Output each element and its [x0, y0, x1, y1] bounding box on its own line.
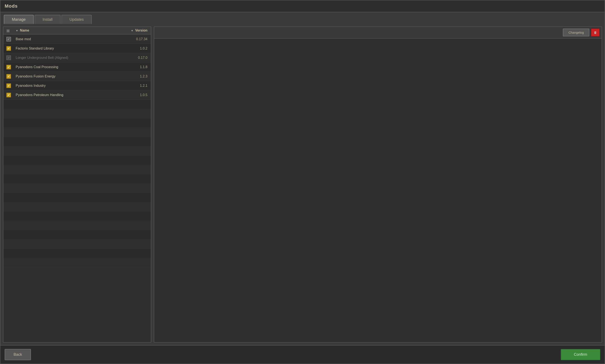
empty-row	[3, 165, 151, 174]
table-row: ✓ Factorio Standard Library 1.0.2	[3, 44, 151, 53]
checkbox-visual[interactable]: ✓	[6, 46, 11, 51]
table-row: ✓ Base mod 0.17.34	[3, 35, 151, 44]
empty-row	[3, 100, 151, 109]
mod-checkbox[interactable]: ✓	[3, 55, 14, 60]
mod-checkbox[interactable]: ✓	[3, 83, 14, 88]
checkbox-visual[interactable]: ✓	[6, 37, 11, 41]
mod-name: Factorio Standard Library	[14, 47, 123, 50]
checkbox-visual[interactable]: ✓	[6, 93, 11, 97]
collapse-toggle[interactable]: –	[3, 29, 14, 32]
window-title: Mods	[0, 0, 605, 12]
mods-window: Mods Manage Install Updates – ▼ Name	[0, 0, 605, 364]
empty-row	[3, 109, 151, 118]
table-row: ✓ Pyanodons Fusion Energy 1.2.3	[3, 72, 151, 81]
checkbox-visual[interactable]: ✓	[6, 65, 11, 69]
mod-name: Pyanodons Fusion Energy	[14, 75, 123, 78]
table-row: ✓ Pyanodons Industry 1.2.1	[3, 81, 151, 90]
mod-checkbox[interactable]: ✓	[3, 93, 14, 97]
trash-icon: 🗑	[594, 31, 597, 34]
col-version-header[interactable]: ▼ Version	[123, 28, 151, 32]
empty-row	[3, 183, 151, 193]
empty-row	[3, 230, 151, 239]
mod-list-panel: – ▼ Name ▼ Version ✓ Base mod 0.17.34	[3, 26, 151, 343]
empty-row	[3, 211, 151, 221]
confirm-button[interactable]: Confirm	[561, 349, 600, 360]
table-header: – ▼ Name ▼ Version	[3, 27, 151, 35]
title-text: Mods	[5, 3, 18, 9]
empty-row	[3, 174, 151, 183]
tab-manage[interactable]: Manage	[4, 15, 34, 24]
footer: Back Confirm	[0, 345, 605, 364]
tab-updates[interactable]: Updates	[61, 15, 92, 24]
col-name-header[interactable]: ▼ Name	[14, 28, 123, 32]
changelog-button[interactable]: Changelog	[563, 28, 589, 36]
mod-checkbox[interactable]: ✓	[3, 65, 14, 69]
empty-row	[3, 193, 151, 202]
mod-name: Pyanodons Coal Processing	[14, 65, 123, 69]
content-area: – ▼ Name ▼ Version ✓ Base mod 0.17.34	[0, 24, 605, 345]
table-row: ✓ Pyanodons Coal Processing 1.1.8	[3, 63, 151, 72]
back-button[interactable]: Back	[5, 349, 31, 360]
collapse-icon[interactable]: –	[7, 29, 10, 32]
checkbox-visual[interactable]: ✓	[6, 74, 11, 79]
mod-name: Pyanodons Petroleum Handling	[14, 93, 123, 97]
tab-install[interactable]: Install	[35, 15, 61, 24]
mod-checkbox[interactable]: ✓	[3, 37, 14, 41]
table-row: ✓ Longer Underground Belt (Aligned) 0.17…	[3, 53, 151, 63]
mod-table-body: ✓ Base mod 0.17.34 ✓ Factorio Standard L…	[3, 35, 151, 342]
empty-row	[3, 258, 151, 267]
empty-row	[3, 146, 151, 156]
mod-version: 1.0.2	[123, 47, 151, 50]
checkbox-visual[interactable]: ✓	[6, 83, 11, 88]
detail-content	[154, 39, 602, 342]
empty-row	[3, 156, 151, 165]
empty-row	[3, 202, 151, 211]
mod-name: Base mod	[14, 37, 123, 41]
version-sort-arrow: ▼	[131, 29, 134, 32]
mod-name: Longer Underground Belt (Aligned)	[14, 56, 123, 60]
mod-version: 1.0.5	[123, 93, 151, 97]
detail-toolbar: Changelog 🗑	[154, 27, 602, 39]
delete-button[interactable]: 🗑	[591, 28, 600, 36]
name-sort-arrow: ▼	[16, 29, 18, 32]
empty-row	[3, 239, 151, 249]
mod-version: 0.17.34	[123, 37, 151, 41]
mod-name: Pyanodons Industry	[14, 84, 123, 88]
empty-row	[3, 128, 151, 137]
mod-version: 1.1.8	[123, 65, 151, 69]
mod-detail-panel: Changelog 🗑	[154, 26, 602, 343]
checkbox-visual[interactable]: ✓	[6, 55, 11, 60]
empty-row	[3, 137, 151, 146]
table-row: ✓ Pyanodons Petroleum Handling 1.0.5	[3, 90, 151, 100]
mod-checkbox[interactable]: ✓	[3, 74, 14, 79]
mod-version: 0.17.0	[123, 56, 151, 60]
mod-version: 1.2.3	[123, 75, 151, 78]
empty-row	[3, 221, 151, 230]
mod-checkbox[interactable]: ✓	[3, 46, 14, 51]
empty-row	[3, 118, 151, 128]
empty-row	[3, 249, 151, 258]
tab-bar: Manage Install Updates	[0, 12, 605, 24]
mod-version: 1.2.1	[123, 84, 151, 88]
